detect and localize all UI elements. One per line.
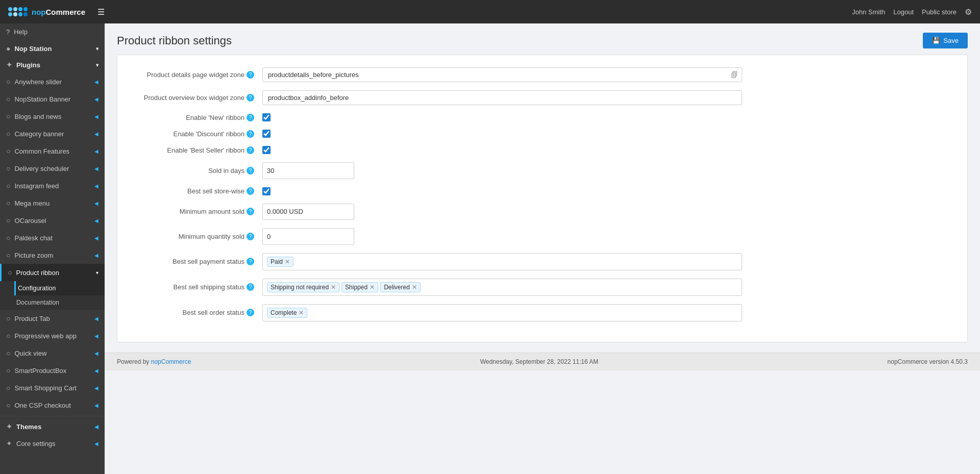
sidebar-item-quick-view[interactable]: ○ Quick view ◀ — [0, 344, 105, 362]
tag-delivered-label: Delivered — [384, 284, 410, 291]
minimum-amount-sold-input[interactable] — [263, 205, 354, 218]
nopstation-banner-label: NopStation Banner — [14, 95, 70, 103]
best-sell-payment-status-tags[interactable]: Paid ✕ — [262, 253, 742, 270]
tag-complete: Complete ✕ — [267, 308, 307, 318]
top-navigation: nopCommerce ☰ John Smith Logout Public s… — [0, 0, 980, 23]
tag-shipping-not-required-remove[interactable]: ✕ — [331, 284, 336, 290]
sidebar-item-nopstation-banner[interactable]: ○ NopStation Banner ◀ — [0, 90, 105, 108]
picture-zoom-label: Picture zoom — [14, 252, 53, 259]
plugins-arrow: ▾ — [96, 62, 99, 68]
sidebar-item-common-features[interactable]: ○ Common Features ◀ — [0, 142, 105, 160]
public-store-link[interactable]: Public store — [922, 8, 957, 16]
sidebar-nop-station[interactable]: ● Nop Station ▾ — [0, 40, 105, 57]
form-row-best-sell-shipping-status: Best sell shipping status ? Shipping not… — [130, 279, 955, 296]
best-sell-store-wise-help-icon[interactable]: ? — [247, 187, 254, 195]
best-sell-shipping-status-tags[interactable]: Shipping not required ✕ Shipped ✕ Delive… — [262, 279, 742, 296]
tag-delivered-remove[interactable]: ✕ — [412, 284, 417, 290]
product-details-widget-zone-input[interactable] — [262, 67, 742, 82]
minimum-amount-sold-spinner: ▲ ▼ — [262, 204, 354, 220]
sidebar-item-smartproductbox[interactable]: ○ SmartProductBox ◀ — [0, 362, 105, 379]
best-sell-order-status-help-icon[interactable]: ? — [247, 309, 254, 316]
sidebar-core-settings[interactable]: ✦ Core settings ◀ — [0, 435, 105, 452]
documentation-label: Documentation — [16, 299, 59, 306]
sidebar-themes[interactable]: ✦ Themes ◀ — [0, 418, 105, 435]
sidebar-item-instagram-feed[interactable]: ○ Instagram feed ◀ — [0, 177, 105, 194]
nopstation-banner-arrow: ◀ — [94, 96, 99, 102]
sidebar-item-ocarousel[interactable]: ○ OCarousel ◀ — [0, 212, 105, 229]
tag-complete-remove[interactable]: ✕ — [299, 310, 304, 316]
save-button[interactable]: 💾 Save — [923, 33, 968, 48]
tag-shipping-not-required-label: Shipping not required — [271, 284, 329, 291]
sidebar-item-product-tab[interactable]: ○ Product Tab ◀ — [0, 310, 105, 327]
tag-paid-label: Paid — [271, 258, 283, 265]
settings-icon[interactable]: ⚙ — [965, 7, 972, 17]
best-sell-payment-status-help-icon[interactable]: ? — [247, 258, 254, 265]
paldesk-chat-icon: ○ — [6, 234, 10, 242]
main-content: Product ribbon settings 💾 Save Product d… — [105, 23, 980, 474]
sidebar-item-product-ribbon[interactable]: ○ Product ribbon ▾ — [0, 264, 105, 281]
sidebar-item-one-csp-checkout[interactable]: ○ One CSP checkout ◀ — [0, 396, 105, 414]
enable-discount-ribbon-checkbox[interactable] — [262, 130, 271, 138]
hamburger-menu-icon[interactable]: ☰ — [97, 7, 105, 17]
sidebar-item-paldesk-chat[interactable]: ○ Paldesk chat ◀ — [0, 229, 105, 246]
instagram-feed-label: Instagram feed — [14, 182, 59, 190]
sidebar-item-progressive-web-app[interactable]: ○ Progressive web app ◀ — [0, 327, 105, 344]
themes-label: Themes — [16, 423, 41, 431]
enable-discount-ribbon-help-icon[interactable]: ? — [247, 130, 254, 138]
form-row-sold-in-days: Sold in days ? ▲ ▼ — [130, 162, 955, 179]
tag-paid-remove[interactable]: ✕ — [285, 259, 290, 265]
quick-view-arrow: ◀ — [94, 351, 99, 356]
enable-best-seller-ribbon-help-icon[interactable]: ? — [247, 146, 254, 154]
ocarousel-icon: ○ — [6, 216, 10, 224]
sidebar-item-category-banner[interactable]: ○ Category banner ◀ — [0, 125, 105, 142]
sold-in-days-input[interactable] — [263, 164, 354, 177]
enable-best-seller-ribbon-checkbox[interactable] — [262, 146, 271, 154]
sidebar-item-help[interactable]: ? Help — [0, 23, 105, 40]
one-csp-checkout-arrow: ◀ — [94, 403, 99, 408]
product-ribbon-label: Product ribbon — [16, 269, 59, 277]
sidebar-subitem-documentation[interactable]: Documentation — [14, 295, 105, 310]
core-settings-icon: ✦ — [6, 439, 12, 447]
best-sell-shipping-status-help-icon[interactable]: ? — [247, 283, 254, 291]
paldesk-chat-arrow: ◀ — [94, 235, 99, 241]
tag-paid: Paid ✕ — [267, 257, 293, 267]
smart-shopping-cart-arrow: ◀ — [94, 385, 99, 391]
product-details-widget-zone-field-wrapper: 🗐 — [262, 67, 742, 82]
one-csp-checkout-icon: ○ — [6, 401, 10, 409]
nopcommerce-link[interactable]: nopCommerce — [151, 358, 191, 365]
sold-in-days-help-icon[interactable]: ? — [247, 167, 254, 174]
help-label: Help — [14, 28, 28, 36]
footer-datetime: Wednesday, September 28, 2022 11:16 AM — [480, 358, 599, 365]
product-overview-widget-zone-input[interactable] — [262, 90, 742, 105]
username-label: John Smith — [852, 8, 885, 16]
best-sell-store-wise-label: Best sell store-wise ? — [130, 187, 262, 195]
sidebar-item-smart-shopping-cart[interactable]: ○ Smart Shopping Cart ◀ — [0, 379, 105, 396]
sidebar-item-picture-zoom[interactable]: ○ Picture zoom ◀ — [0, 246, 105, 264]
best-sell-store-wise-checkbox[interactable] — [262, 187, 271, 195]
instagram-feed-icon: ○ — [6, 182, 10, 190]
product-details-widget-zone-help-icon[interactable]: ? — [247, 71, 254, 79]
product-overview-widget-zone-help-icon[interactable]: ? — [247, 94, 254, 102]
sidebar-item-anywhere-slider[interactable]: ○ Anywhere slider ◀ — [0, 73, 105, 90]
ocarousel-label: OCarousel — [14, 217, 46, 224]
logout-link[interactable]: Logout — [893, 8, 914, 16]
blogs-news-arrow: ◀ — [94, 114, 99, 119]
tag-shipping-not-required: Shipping not required ✕ — [267, 282, 339, 292]
minimum-amount-sold-help-icon[interactable]: ? — [247, 208, 254, 215]
product-tab-icon: ○ — [6, 314, 10, 322]
enable-new-ribbon-checkbox[interactable] — [262, 113, 271, 121]
tag-shipped-remove[interactable]: ✕ — [370, 284, 375, 290]
nop-station-icon: ● — [6, 44, 10, 53]
sidebar-item-blogs-news[interactable]: ○ Blogs and news ◀ — [0, 108, 105, 125]
anywhere-slider-label: Anywhere slider — [14, 78, 62, 86]
minimum-quantity-sold-help-icon[interactable]: ? — [247, 233, 254, 240]
smartproductbox-arrow: ◀ — [94, 368, 99, 373]
main-layout: ? Help ● Nop Station ▾ ✦ Plugins ▾ ○ Any… — [0, 23, 980, 474]
sidebar-item-mega-menu[interactable]: ○ Mega menu ◀ — [0, 194, 105, 212]
sidebar-plugins[interactable]: ✦ Plugins ▾ — [0, 57, 105, 73]
enable-new-ribbon-help-icon[interactable]: ? — [247, 114, 254, 121]
sidebar-item-delivery-scheduler[interactable]: ○ Delivery scheduler ◀ — [0, 160, 105, 177]
sidebar-subitem-configuration[interactable]: Configuration — [14, 281, 105, 295]
best-sell-order-status-tags[interactable]: Complete ✕ — [262, 304, 742, 321]
minimum-quantity-sold-input[interactable] — [263, 230, 354, 243]
